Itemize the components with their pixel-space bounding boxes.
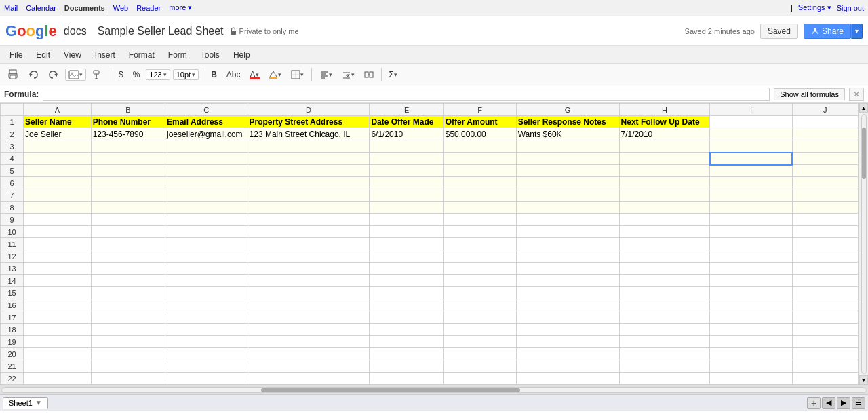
table-cell[interactable] [370,348,443,360]
table-cell[interactable] [619,238,710,250]
table-cell[interactable] [619,299,710,311]
table-cell[interactable]: 123-456-7890 [91,128,165,140]
table-cell[interactable] [91,263,165,275]
table-cell[interactable] [516,189,619,202]
table-cell[interactable] [516,153,619,165]
table-cell[interactable] [516,287,619,299]
table-cell[interactable] [710,116,793,128]
table-cell[interactable] [710,287,793,299]
table-cell[interactable] [619,250,710,263]
table-cell[interactable] [619,360,710,373]
signout-link[interactable]: Sign out [837,4,864,12]
table-cell[interactable] [370,360,443,373]
nav-mail[interactable]: Mail [4,4,18,12]
table-cell[interactable] [24,287,92,299]
undo-button[interactable] [24,67,42,82]
table-cell[interactable] [91,202,165,214]
table-cell[interactable] [443,140,516,153]
table-cell[interactable] [443,287,516,299]
table-cell[interactable] [248,263,370,275]
scroll-up-button[interactable]: ▲ [859,103,868,113]
col-header-J[interactable]: J [792,104,858,116]
table-cell[interactable] [370,324,443,336]
bold-button[interactable]: B [208,68,220,81]
table-cell[interactable] [370,287,443,299]
table-cell[interactable] [370,275,443,287]
table-cell[interactable] [792,116,858,128]
table-cell[interactable] [792,373,858,385]
table-cell[interactable] [248,238,370,250]
table-cell[interactable] [24,238,92,250]
table-cell[interactable]: Email Address [165,116,248,128]
table-cell[interactable] [443,238,516,250]
sheet-menu-button[interactable]: ☰ [852,397,865,409]
table-cell[interactable]: Offer Amount [443,116,516,128]
table-cell[interactable] [710,238,793,250]
table-cell[interactable] [792,165,858,177]
table-cell[interactable] [516,336,619,348]
row-header-16[interactable]: 16 [1,299,24,311]
table-cell[interactable] [91,140,165,153]
table-cell[interactable] [792,177,858,189]
table-cell[interactable] [619,324,710,336]
table-cell[interactable] [370,311,443,324]
table-cell[interactable] [248,287,370,299]
sheet-tab-menu-icon[interactable]: ▼ [35,399,42,406]
add-sheet-button[interactable]: + [807,397,821,409]
border-button[interactable]: ▾ [288,68,307,81]
table-cell[interactable] [443,153,516,165]
row-header-11[interactable]: 11 [1,238,24,250]
row-header-1[interactable]: 1 [1,116,24,128]
table-cell[interactable] [792,348,858,360]
table-cell[interactable] [443,336,516,348]
show-all-formulas-button[interactable]: Show all formulas [774,88,845,100]
menu-file[interactable]: File [4,49,28,61]
table-cell[interactable] [248,189,370,202]
table-cell[interactable] [792,238,858,250]
table-cell[interactable] [91,373,165,385]
menu-form[interactable]: Form [163,49,193,61]
table-cell[interactable] [165,287,248,299]
table-cell[interactable] [91,214,165,226]
table-cell[interactable] [792,214,858,226]
table-cell[interactable] [619,226,710,238]
table-cell[interactable] [91,311,165,324]
table-cell[interactable] [24,311,92,324]
table-cell[interactable] [165,348,248,360]
table-cell[interactable]: Seller Response Notes [516,116,619,128]
col-header-A[interactable]: A [24,104,92,116]
menu-help[interactable]: Help [228,49,256,61]
table-cell[interactable] [165,275,248,287]
table-cell[interactable] [248,348,370,360]
next-sheet-button[interactable]: ▶ [837,397,850,409]
scroll-down-button[interactable]: ▼ [859,375,868,385]
table-cell[interactable] [443,348,516,360]
table-cell[interactable] [248,226,370,238]
menu-format[interactable]: Format [123,49,160,61]
table-cell[interactable] [165,324,248,336]
table-cell[interactable] [370,140,443,153]
table-cell[interactable] [248,140,370,153]
table-cell[interactable] [619,348,710,360]
col-header-G[interactable]: G [516,104,619,116]
table-cell[interactable] [24,348,92,360]
table-cell[interactable] [710,360,793,373]
table-cell[interactable] [91,250,165,263]
menu-edit[interactable]: Edit [31,49,56,61]
col-header-B[interactable]: B [91,104,165,116]
row-header-20[interactable]: 20 [1,348,24,360]
table-cell[interactable] [792,360,858,373]
table-cell[interactable] [516,250,619,263]
col-header-F[interactable]: F [443,104,516,116]
table-cell[interactable] [248,373,370,385]
redo-button[interactable] [45,67,62,82]
row-header-9[interactable]: 9 [1,214,24,226]
table-cell[interactable] [619,287,710,299]
table-cell[interactable] [248,299,370,311]
sheet-tab-1[interactable]: Sheet1 ▼ [3,397,48,409]
table-cell[interactable] [619,275,710,287]
table-cell[interactable] [792,287,858,299]
table-cell[interactable] [619,140,710,153]
table-cell[interactable] [619,214,710,226]
table-cell[interactable] [24,140,92,153]
